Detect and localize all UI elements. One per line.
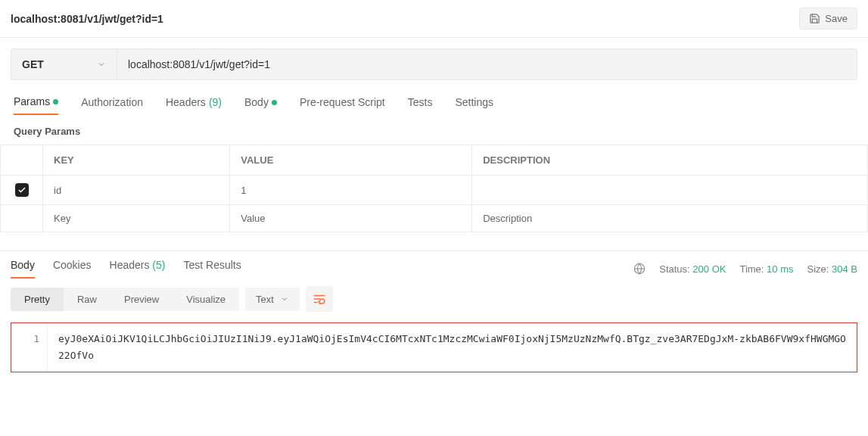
tab-headers[interactable]: Headers (9) (166, 95, 222, 115)
globe-icon[interactable] (633, 263, 646, 275)
status-dot-icon (53, 99, 58, 104)
chevron-down-icon (280, 294, 289, 304)
tab-prerequest-script[interactable]: Pre-request Script (300, 95, 385, 115)
save-icon (809, 13, 820, 24)
content-type-value: Text (256, 294, 274, 305)
size-info: Size: 304 B (807, 263, 857, 275)
content-type-select[interactable]: Text (245, 288, 300, 311)
line-number-gutter: 1 (11, 323, 48, 372)
resp-tab-headers-label: Headers (110, 259, 150, 271)
param-enabled-cell[interactable] (1, 176, 43, 205)
wrap-icon (313, 293, 326, 305)
tab-params[interactable]: Params (14, 95, 58, 115)
resp-tab-body[interactable]: Body (11, 259, 35, 279)
seg-raw[interactable]: Raw (64, 288, 110, 311)
status-label: Status: (659, 263, 689, 275)
col-header-key: KEY (43, 145, 230, 176)
size-label: Size: (807, 263, 829, 275)
request-title: localhost:8081/v1/jwt/get?id=1 (11, 13, 163, 25)
url-input[interactable] (117, 48, 857, 80)
response-meta: Status: 200 OK Time: 10 ms Size: 304 B (633, 263, 857, 275)
tab-authorization[interactable]: Authorization (81, 95, 143, 115)
response-body-text[interactable]: eyJ0eXAiOiJKV1QiLCJhbGciOiJIUzI1NiJ9.eyJ… (48, 323, 857, 372)
http-method-value: GET (22, 58, 44, 70)
param-description-cell[interactable] (472, 176, 868, 205)
col-header-enabled (1, 145, 43, 176)
response-tabs: Body Cookies Headers (5) Test Results (11, 259, 241, 279)
status-value: 200 OK (692, 263, 726, 275)
tab-body[interactable]: Body (244, 95, 277, 115)
save-button[interactable]: Save (799, 8, 857, 30)
param-key-placeholder[interactable]: Key (43, 205, 230, 232)
tab-settings[interactable]: Settings (455, 95, 493, 115)
time-label: Time: (739, 263, 764, 275)
resp-tab-headers[interactable]: Headers (5) (110, 259, 166, 279)
seg-pretty[interactable]: Pretty (11, 288, 64, 311)
chevron-down-icon (97, 60, 106, 69)
time-info: Time: 10 ms (739, 263, 793, 275)
wrap-lines-button[interactable] (306, 286, 333, 312)
query-params-heading: Query Params (0, 115, 868, 145)
param-key-cell[interactable]: id (43, 176, 230, 205)
query-params-table: KEY VALUE DESCRIPTION id 1 Key Value Des… (0, 145, 868, 232)
checkbox-checked-icon[interactable] (15, 183, 29, 197)
table-row-new[interactable]: Key Value Description (1, 205, 868, 232)
save-label: Save (825, 13, 848, 24)
size-value: 304 B (832, 263, 857, 275)
table-row[interactable]: id 1 (1, 176, 868, 205)
param-description-placeholder[interactable]: Description (472, 205, 868, 232)
body-view-segments: Pretty Raw Preview Visualize (11, 288, 239, 311)
tab-headers-count: (9) (209, 96, 222, 108)
tab-body-label: Body (244, 96, 269, 108)
tab-params-label: Params (14, 95, 50, 107)
tab-tests[interactable]: Tests (408, 95, 433, 115)
resp-tab-cookies[interactable]: Cookies (53, 259, 92, 279)
col-header-value: VALUE (230, 145, 472, 176)
seg-visualize[interactable]: Visualize (173, 288, 239, 311)
resp-tab-headers-count: (5) (152, 259, 165, 271)
param-enabled-cell-empty (1, 205, 43, 232)
time-value: 10 ms (767, 263, 793, 275)
seg-preview[interactable]: Preview (110, 288, 173, 311)
resp-tab-test-results[interactable]: Test Results (183, 259, 241, 279)
status-dot-icon (272, 100, 277, 105)
response-body-area[interactable]: 1 eyJ0eXAiOiJKV1QiLCJhbGciOiJIUzI1NiJ9.e… (11, 322, 857, 372)
request-tabs: Params Authorization Headers (9) Body Pr… (0, 80, 868, 115)
param-value-cell[interactable]: 1 (230, 176, 472, 205)
http-method-select[interactable]: GET (11, 48, 117, 80)
status-info: Status: 200 OK (659, 263, 726, 275)
param-value-placeholder[interactable]: Value (230, 205, 472, 232)
col-header-description: DESCRIPTION (472, 145, 868, 176)
tab-headers-label: Headers (166, 96, 206, 108)
